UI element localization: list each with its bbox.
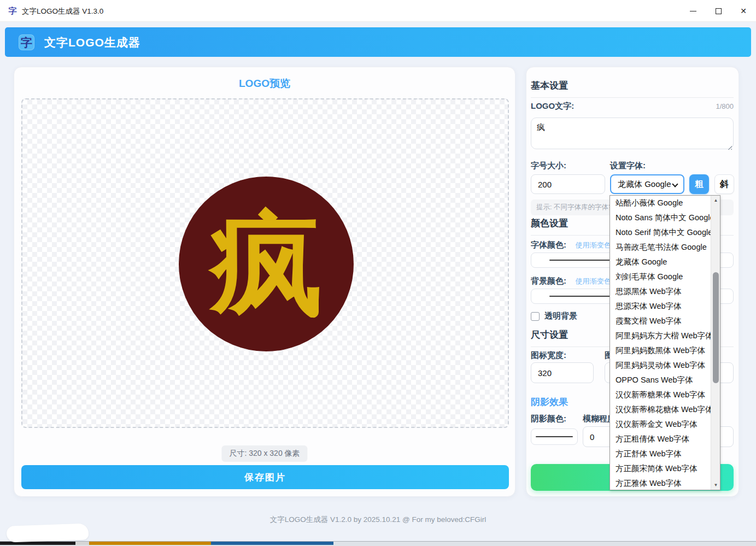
font-family-select[interactable]: 龙藏体 Google bbox=[610, 174, 684, 194]
minimize-button[interactable] bbox=[681, 0, 706, 22]
font-dropdown-item[interactable]: 龙藏体 Google bbox=[610, 255, 711, 269]
strip-segment-light bbox=[75, 542, 89, 545]
strip-segment-blue bbox=[211, 542, 333, 545]
transparent-bg-label: 透明背景 bbox=[544, 311, 577, 321]
font-dropdown-item[interactable]: 霞鹜文楷 Web字体 bbox=[610, 314, 711, 328]
icon-width-input[interactable] bbox=[531, 362, 594, 383]
font-dropdown-item[interactable]: 方正粗倩体 Web字体 bbox=[610, 432, 711, 447]
transparent-bg-checkbox[interactable] bbox=[531, 312, 540, 321]
char-counter: 1/800 bbox=[716, 102, 734, 110]
font-dropdown-item[interactable]: 站酷小薇体 Google bbox=[610, 196, 711, 210]
transparent-bg-checkbox-row[interactable]: 透明背景 bbox=[531, 311, 577, 321]
font-dropdown-items: 站酷小薇体 GoogleNoto Sans 简体中文 GoogleNoto Se… bbox=[610, 196, 711, 490]
font-dropdown-item[interactable]: 阿里妈妈数黑体 Web字体 bbox=[610, 343, 711, 358]
background-window-strip bbox=[0, 541, 756, 546]
font-dropdown-item[interactable]: 汉仪新蒂棉花糖体 Web字体 bbox=[610, 402, 711, 417]
font-size-input[interactable] bbox=[531, 174, 605, 194]
close-icon: ✕ bbox=[740, 7, 747, 15]
shadow-color-picker[interactable] bbox=[531, 428, 578, 445]
logo-character: 疯 bbox=[210, 208, 323, 320]
maximize-button[interactable] bbox=[706, 0, 731, 22]
italic-toggle-button[interactable]: 斜 bbox=[714, 174, 734, 194]
save-image-button[interactable]: 保存图片 bbox=[21, 465, 509, 489]
app-icon: 字 bbox=[8, 6, 17, 16]
minimize-icon bbox=[690, 11, 696, 11]
app-header: 字 文字LOGO生成器 bbox=[5, 27, 751, 57]
window-title: 文字LOGO生成器 V1.3.0 bbox=[22, 7, 103, 16]
font-gradient-link[interactable]: 使用渐变色 bbox=[575, 241, 611, 249]
close-button[interactable]: ✕ bbox=[731, 0, 756, 22]
bold-toggle-button[interactable]: 粗 bbox=[689, 174, 709, 194]
bg-gradient-link[interactable]: 使用渐变色 bbox=[575, 277, 611, 285]
font-dropdown-item[interactable]: Noto Sans 简体中文 Google bbox=[610, 210, 711, 225]
font-dropdown-item[interactable]: OPPO Sans Web字体 bbox=[610, 373, 711, 388]
logo-text-input[interactable]: 疯 bbox=[531, 118, 734, 149]
font-family-label: 设置字体: bbox=[610, 161, 646, 171]
logo-text-label: LOGO文字: bbox=[531, 101, 574, 110]
font-family-selected-value: 龙藏体 Google bbox=[618, 179, 671, 190]
dropdown-scrollbar-thumb[interactable] bbox=[713, 272, 719, 383]
font-dropdown-item[interactable]: 马善政毛笔书法体 Google bbox=[610, 240, 711, 255]
strip-segment-dark bbox=[0, 542, 75, 545]
basic-settings-heading: 基本设置 bbox=[531, 79, 734, 98]
preview-title: LOGO预览 bbox=[14, 77, 515, 91]
font-dropdown-item[interactable]: 思源宋体 Web字体 bbox=[610, 299, 711, 314]
dropdown-scrollbar[interactable]: ▲ ▼ bbox=[711, 196, 720, 490]
font-dropdown-item[interactable]: 阿里妈妈东方大楷 Web字体 bbox=[610, 328, 711, 343]
background-artifact bbox=[7, 523, 89, 542]
font-dropdown-item[interactable]: 方正雅体 Web字体 bbox=[610, 476, 711, 490]
font-dropdown-item[interactable]: 汉仪新蒂金文 Web字体 bbox=[610, 417, 711, 432]
app-logo-icon: 字 bbox=[19, 34, 34, 50]
font-dropdown-list: 站酷小薇体 GoogleNoto Sans 简体中文 GoogleNoto Se… bbox=[610, 195, 720, 490]
footer-text: 文字LOGO生成器 V1.2.0 by 2025.10.21 @ For my … bbox=[0, 515, 756, 525]
chevron-down-icon bbox=[672, 181, 678, 187]
font-dropdown-item[interactable]: Noto Serif 简体中文 Google bbox=[610, 225, 711, 240]
scroll-down-icon[interactable]: ▼ bbox=[711, 480, 720, 490]
font-color-label: 字体颜色: bbox=[531, 240, 566, 249]
app-header-title: 文字LOGO生成器 bbox=[44, 35, 140, 50]
logo-circle: 疯 bbox=[179, 177, 354, 351]
window-titlebar: 字 文字LOGO生成器 V1.3.0 ✕ bbox=[0, 0, 756, 22]
bg-color-label: 背景颜色: bbox=[531, 276, 566, 285]
preview-panel: LOGO预览 疯 尺寸: 320 x 320 像素 保存图片 bbox=[14, 67, 515, 497]
font-dropdown-item[interactable]: 思源黑体 Web字体 bbox=[610, 284, 711, 299]
font-dropdown-item[interactable]: 阿里妈妈灵动体 Web字体 bbox=[610, 358, 711, 373]
size-badge: 尺寸: 320 x 320 像素 bbox=[221, 445, 307, 462]
font-dropdown-item[interactable]: 方正舒体 Web字体 bbox=[610, 447, 711, 461]
strip-segment-orange bbox=[89, 542, 211, 545]
preview-canvas: 疯 bbox=[21, 98, 509, 428]
shadow-color-swatch bbox=[536, 436, 573, 437]
font-dropdown-item[interactable]: 汉仪新蒂糖果体 Web字体 bbox=[610, 388, 711, 402]
scroll-up-icon[interactable]: ▲ bbox=[711, 196, 720, 205]
font-dropdown-item[interactable]: 刘剑毛草体 Google bbox=[610, 269, 711, 284]
font-dropdown-item[interactable]: 方正颜宋简体 Web字体 bbox=[610, 461, 711, 476]
maximize-icon bbox=[716, 8, 722, 14]
